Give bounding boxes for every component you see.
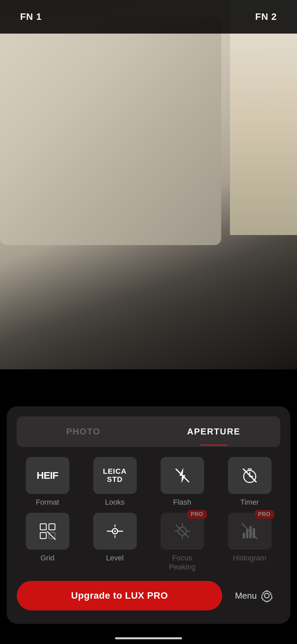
focus-peaking-pro-badge: PRO — [187, 510, 207, 519]
gear-icon — [260, 589, 274, 602]
grid-cell: Grid — [17, 513, 78, 571]
looks-button[interactable]: LEICASTD — [93, 457, 137, 494]
svg-rect-24 — [243, 533, 245, 538]
upgrade-button[interactable]: Upgrade to LUX PRO — [17, 581, 222, 610]
action-row: Upgrade to LUX PRO Menu — [17, 581, 280, 610]
bottom-panel: PHOTO APERTURE HEIF Format LEICASTD Look… — [7, 406, 290, 624]
svg-rect-8 — [40, 533, 46, 539]
leica-icon: LEICASTD — [103, 467, 127, 484]
timer-label: Timer — [240, 498, 259, 507]
format-button[interactable]: HEIF — [26, 457, 69, 494]
grid-off-icon — [39, 522, 57, 540]
fn1-button[interactable]: FN 1 — [20, 11, 42, 22]
grid-button[interactable] — [26, 513, 69, 550]
grid-label: Grid — [41, 554, 55, 562]
focus-peaking-icon — [173, 522, 191, 540]
level-cell: Level — [84, 513, 145, 571]
svg-point-29 — [264, 593, 269, 598]
svg-rect-25 — [246, 530, 248, 538]
format-label: Format — [36, 498, 59, 507]
histogram-cell: PRO Histogram — [219, 513, 280, 571]
focus-peaking-button[interactable]: PRO — [161, 513, 204, 550]
format-cell: HEIF Format — [17, 457, 78, 507]
histogram-button[interactable]: PRO — [228, 513, 272, 550]
timer-button[interactable] — [228, 457, 272, 494]
looks-label: Looks — [105, 498, 125, 507]
menu-button[interactable]: Menu — [228, 586, 280, 606]
focus-peaking-label: FocusPeaking — [169, 554, 196, 571]
menu-label: Menu — [235, 591, 257, 601]
timer-cell: Timer — [219, 457, 280, 507]
svg-rect-7 — [40, 524, 46, 530]
svg-rect-9 — [49, 524, 55, 530]
home-indicator — [115, 637, 182, 639]
camera-viewfinder — [0, 0, 297, 369]
heif-icon: HEIF — [37, 470, 58, 481]
histogram-icon — [241, 522, 259, 540]
controls-grid: HEIF Format LEICASTD Looks Flash — [17, 457, 280, 571]
histogram-pro-badge: PRO — [255, 510, 274, 519]
svg-point-15 — [114, 531, 116, 532]
level-button[interactable] — [93, 513, 137, 550]
top-bar: FN 1 FN 2 — [0, 0, 297, 34]
tab-aperture[interactable]: APERTURE — [150, 419, 278, 444]
flash-label: Flash — [173, 498, 191, 507]
level-icon — [106, 522, 124, 540]
flash-button[interactable] — [161, 457, 204, 494]
histogram-label: Histogram — [233, 554, 266, 562]
level-label: Level — [106, 554, 124, 562]
looks-cell: LEICASTD Looks — [84, 457, 145, 507]
fn2-button[interactable]: FN 2 — [255, 11, 277, 22]
flash-cell: Flash — [152, 457, 213, 507]
svg-rect-10 — [49, 533, 55, 539]
timer-off-icon — [241, 466, 259, 485]
focus-peaking-cell: PRO FocusPeaking — [152, 513, 213, 571]
tab-photo[interactable]: PHOTO — [19, 419, 147, 444]
flash-off-icon — [173, 466, 191, 485]
tab-row: PHOTO APERTURE — [17, 416, 280, 447]
